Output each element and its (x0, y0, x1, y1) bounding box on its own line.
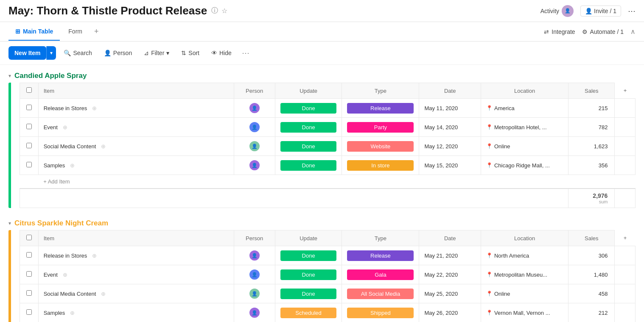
item-name[interactable]: Release in Stores ⊕ (38, 246, 234, 265)
row-checkbox[interactable] (20, 284, 39, 303)
invite-button[interactable]: 👤 Invite / 1 (580, 6, 621, 17)
location-cell[interactable]: 📍Online (481, 137, 568, 156)
group2-header[interactable]: ▾ Citrus Sparkle Night Cream (0, 217, 644, 230)
automate-button[interactable]: ⚙ Automate / 1 (582, 28, 624, 35)
add-item-label-1[interactable]: + Add Item (38, 175, 615, 189)
add-subitem-icon[interactable]: ⊕ (101, 291, 106, 297)
date-cell[interactable]: May 21, 2020 (419, 246, 481, 265)
tab-form[interactable]: Form (62, 23, 89, 41)
hide-icon: 👁 (211, 50, 217, 56)
sales-cell[interactable]: 306 (568, 246, 615, 265)
pin-icon: 📍 (486, 124, 493, 130)
add-subitem-icon[interactable]: ⊕ (70, 162, 75, 169)
pin-icon: 📍 (486, 310, 493, 316)
filter-button[interactable]: ⊿ Filter ▾ (140, 47, 174, 59)
item-name[interactable]: Samples ⊕ (38, 156, 234, 175)
location-cell[interactable]: 📍Metropolitan Hotel, ... (481, 118, 568, 137)
item-name[interactable]: Samples ⊕ (38, 303, 234, 322)
location-cell[interactable]: 📍Vernon Mall, Vernon ... (481, 303, 568, 322)
search-button[interactable]: 🔍 Search (59, 47, 96, 59)
type-cell[interactable]: Shipped (342, 303, 419, 322)
item-name[interactable]: Event ⊕ (38, 118, 234, 137)
sales-cell[interactable]: 212 (568, 303, 615, 322)
type-cell[interactable]: Party (342, 118, 419, 137)
type-cell[interactable]: In store (342, 156, 419, 175)
table-row: Social Media Content ⊕ 👤 Done Website Ma… (20, 137, 636, 156)
add-subitem-icon[interactable]: ⊕ (70, 310, 75, 316)
type-cell[interactable]: Release (342, 99, 419, 118)
item-name[interactable]: Social Media Content ⊕ (38, 137, 234, 156)
add-subitem-icon[interactable]: ⊕ (63, 272, 67, 278)
filter-chevron-icon: ▾ (166, 50, 169, 56)
person-cell: 👤 (234, 99, 275, 118)
collapse-button[interactable]: ∧ (630, 28, 636, 36)
date-cell[interactable]: May 11, 2020 (419, 99, 481, 118)
sales-cell[interactable]: 1,623 (568, 137, 615, 156)
tabs-bar: ⊞ Main Table Form + ⇄ Integrate ⚙ Automa… (0, 22, 644, 42)
person-button[interactable]: 👤 Person (100, 47, 136, 59)
type-cell[interactable]: Gala (342, 265, 419, 284)
sort-button[interactable]: ⇅ Sort (177, 47, 204, 59)
add-subitem-icon[interactable]: ⊕ (101, 143, 106, 150)
sales-cell[interactable]: 215 (568, 99, 615, 118)
location-cell[interactable]: 📍Chicago Ridge Mall, ... (481, 156, 568, 175)
update-cell[interactable]: Done (275, 99, 342, 118)
row-checkbox[interactable] (20, 303, 39, 322)
date-cell[interactable]: May 12, 2020 (419, 137, 481, 156)
update-cell[interactable]: Done (275, 265, 342, 284)
select-all-checkbox-2[interactable] (26, 235, 32, 240)
tab-main-table[interactable]: ⊞ Main Table (8, 23, 60, 41)
group1-table-outer: Item Person Update Type Date Location Sa… (20, 83, 636, 208)
item-name[interactable]: Social Media Content ⊕ (38, 284, 234, 303)
type-cell[interactable]: Release (342, 246, 419, 265)
row-checkbox[interactable] (20, 156, 39, 175)
add-subitem-icon[interactable]: ⊕ (63, 124, 67, 130)
integrate-button[interactable]: ⇄ Integrate (544, 28, 575, 35)
update-cell[interactable]: Scheduled (275, 303, 342, 322)
item-name[interactable]: Release in Stores ⊕ (38, 99, 234, 118)
update-cell[interactable]: Done (275, 246, 342, 265)
info-icon[interactable]: ⓘ (211, 6, 218, 15)
location-cell[interactable]: 📍North America (481, 246, 568, 265)
avatar-1: 👤 (249, 102, 260, 114)
sales-cell[interactable]: 458 (568, 284, 615, 303)
sales-cell[interactable]: 356 (568, 156, 615, 175)
update-cell[interactable]: Done (275, 137, 342, 156)
sales-cell[interactable]: 1,480 (568, 265, 615, 284)
date-cell[interactable]: May 25, 2020 (419, 284, 481, 303)
row-checkbox[interactable] (20, 118, 39, 137)
date-cell[interactable]: May 15, 2020 (419, 156, 481, 175)
add-subitem-icon[interactable]: ⊕ (92, 105, 97, 111)
update-cell[interactable]: Done (275, 118, 342, 137)
location-cell[interactable]: 📍Online (481, 284, 568, 303)
update-cell[interactable]: Done (275, 284, 342, 303)
star-icon[interactable]: ☆ (221, 7, 227, 15)
add-col-header-2[interactable]: + (615, 230, 636, 246)
new-item-button[interactable]: New Item (8, 46, 46, 60)
add-subitem-icon[interactable]: ⊕ (92, 253, 97, 259)
activity-button[interactable]: Activity 👤 (540, 5, 574, 17)
location-cell[interactable]: 📍Metropolitan Museu... (481, 265, 568, 284)
type-cell[interactable]: All Social Media (342, 284, 419, 303)
location-cell[interactable]: 📍America (481, 99, 568, 118)
add-tab-button[interactable]: + (91, 22, 102, 41)
more-options-button[interactable]: ⋯ (628, 6, 636, 16)
new-item-dropdown-button[interactable]: ▾ (46, 46, 56, 60)
row-checkbox[interactable] (20, 137, 39, 156)
add-item-row-1[interactable]: + Add Item (20, 175, 636, 189)
date-cell[interactable]: May 26, 2020 (419, 303, 481, 322)
item-name[interactable]: Event ⊕ (38, 265, 234, 284)
row-checkbox[interactable] (20, 99, 39, 118)
row-checkbox[interactable] (20, 246, 39, 265)
more-toolbar-button[interactable]: ⋯ (239, 46, 252, 60)
select-all-checkbox-1[interactable] (26, 87, 32, 93)
add-col-header-1[interactable]: + (615, 83, 636, 99)
update-cell[interactable]: Done (275, 156, 342, 175)
group1-header[interactable]: ▾ Candied Apple Spray (0, 69, 644, 83)
sales-cell[interactable]: 782 (568, 118, 615, 137)
date-cell[interactable]: May 14, 2020 (419, 118, 481, 137)
type-cell[interactable]: Website (342, 137, 419, 156)
hide-button[interactable]: 👁 Hide (207, 47, 236, 59)
date-cell[interactable]: May 22, 2020 (419, 265, 481, 284)
row-checkbox[interactable] (20, 265, 39, 284)
